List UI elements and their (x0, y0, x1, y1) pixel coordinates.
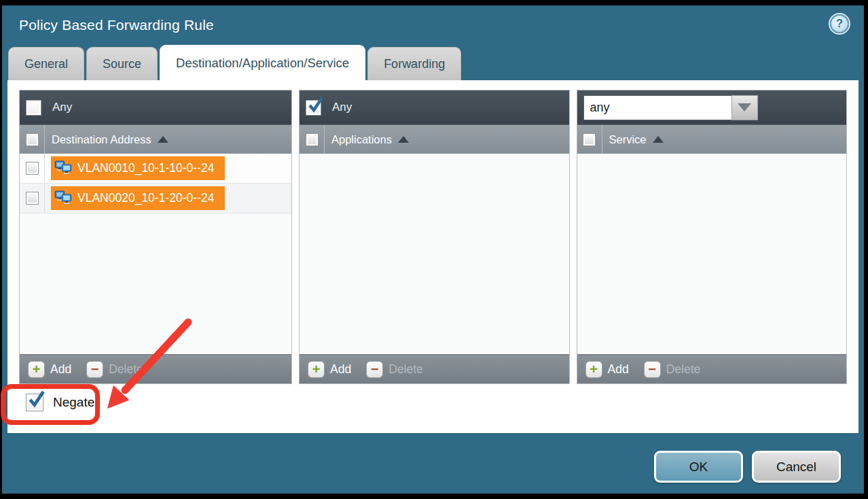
row-checkbox[interactable] (26, 192, 39, 205)
tab-forwarding[interactable]: Forwarding (367, 47, 461, 81)
destination-select-all-cell (20, 125, 45, 154)
applications-column-header[interactable]: Applications (300, 124, 569, 154)
service-column-title: Service (609, 133, 664, 146)
service-dropdown-value[interactable]: any (583, 95, 731, 120)
applications-panel: Any Applications + Add (299, 90, 570, 384)
add-button[interactable]: + Add (28, 361, 71, 378)
service-dropdown[interactable]: any (583, 95, 758, 120)
address-group-icon (54, 190, 73, 207)
checkmark-icon (308, 97, 324, 114)
destination-any-checkbox[interactable] (26, 100, 41, 116)
help-icon[interactable]: ? (830, 14, 849, 33)
service-dropdown-button[interactable] (731, 95, 758, 120)
applications-any-checkbox[interactable] (306, 100, 321, 116)
policy-based-forwarding-dialog: Policy Based Forwarding Rule ? General S… (2, 5, 864, 494)
tab-content: Any Destination Address (7, 80, 858, 433)
checkmark-icon (28, 390, 46, 409)
service-column-header[interactable]: Service (577, 124, 847, 154)
address-object[interactable]: VLAN0010_10-1-10-0--24 (51, 156, 225, 180)
ok-button[interactable]: OK (654, 451, 743, 483)
sort-ascending-icon (398, 136, 409, 143)
destination-column-header[interactable]: Destination Address (20, 124, 291, 154)
applications-column-title: Applications (331, 133, 409, 146)
add-plus-icon: + (308, 361, 325, 378)
applications-list (300, 154, 569, 354)
service-toolbar: + Add − Delete (577, 354, 847, 383)
delete-minus-icon: − (86, 361, 103, 378)
applications-select-all-cell (300, 125, 325, 154)
destination-select-all-checkbox[interactable] (26, 133, 39, 146)
applications-any-header: Any (300, 90, 569, 124)
negate-label: Negate (53, 395, 94, 410)
selector-columns: Any Destination Address (19, 90, 847, 384)
sort-ascending-icon (158, 136, 168, 143)
chevron-down-icon (738, 103, 751, 111)
destination-list: VLAN0010_10-1-10-0--24 (20, 154, 291, 354)
tab-destination-application-service[interactable]: Destination/Application/Service (160, 45, 365, 81)
service-select-all-checkbox[interactable] (583, 133, 596, 146)
destination-column-title: Destination Address (52, 133, 168, 146)
cancel-button[interactable]: Cancel (752, 451, 841, 483)
action-bar: OK Cancel (2, 432, 864, 494)
delete-button[interactable]: − Delete (644, 361, 701, 378)
applications-select-all-checkbox[interactable] (306, 133, 319, 146)
address-object[interactable]: VLAN0020_10-1-20-0--24 (51, 186, 225, 210)
sort-ascending-icon (653, 136, 664, 143)
service-select-all-cell (577, 125, 602, 154)
add-plus-icon: + (585, 361, 602, 378)
applications-any-label: Any (332, 101, 352, 114)
destination-toolbar: + Add − Delete (20, 354, 291, 383)
add-button[interactable]: + Add (308, 361, 351, 378)
tab-general[interactable]: General (8, 47, 84, 81)
service-dropdown-header: any (577, 90, 847, 124)
destination-any-label: Any (52, 101, 72, 114)
service-panel: any Service (577, 90, 848, 384)
destination-address-panel: Any Destination Address (19, 90, 292, 384)
add-plus-icon: + (28, 361, 45, 378)
delete-minus-icon: − (366, 361, 383, 378)
negate-checkbox[interactable] (26, 394, 43, 411)
applications-toolbar: + Add − Delete (300, 354, 569, 383)
table-row[interactable]: VLAN0020_10-1-20-0--24 (20, 184, 291, 213)
negate-row: Negate (26, 394, 94, 411)
dialog-title: Policy Based Forwarding Rule (19, 17, 214, 33)
address-group-icon (54, 160, 73, 177)
delete-button[interactable]: − Delete (86, 361, 143, 378)
tab-source[interactable]: Source (86, 47, 158, 81)
add-button[interactable]: + Add (585, 361, 629, 378)
destination-any-header: Any (20, 90, 291, 124)
delete-minus-icon: − (644, 361, 661, 378)
service-list (577, 154, 847, 354)
tab-bar: General Source Destination/Application/S… (8, 45, 461, 81)
title-bar: Policy Based Forwarding Rule ? (2, 5, 864, 46)
table-row[interactable]: VLAN0010_10-1-10-0--24 (20, 154, 291, 184)
row-checkbox[interactable] (26, 162, 39, 175)
delete-button[interactable]: − Delete (366, 361, 423, 378)
